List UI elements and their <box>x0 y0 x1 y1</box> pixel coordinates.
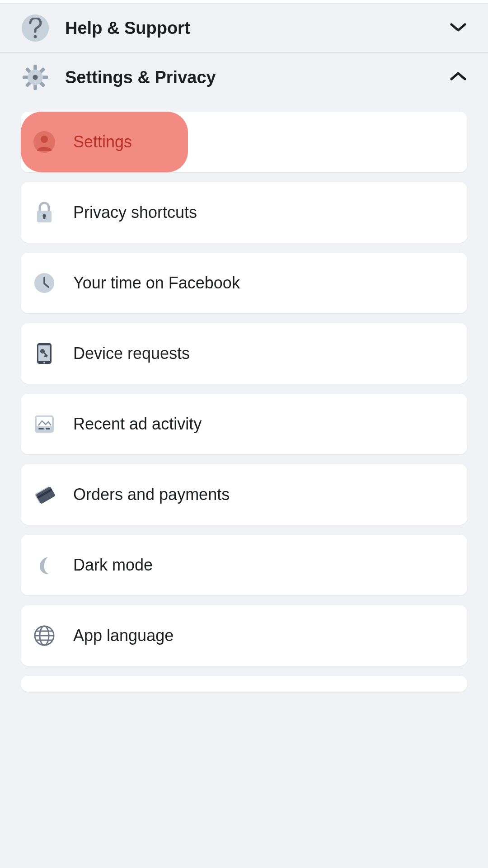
settings-privacy-title: Settings & Privacy <box>65 68 466 87</box>
menu-item-label: Your time on Facebook <box>73 274 240 292</box>
globe-icon <box>33 625 55 646</box>
settings-privacy-section[interactable]: Settings & Privacy <box>0 53 488 102</box>
menu-item-label: Recent ad activity <box>73 415 202 434</box>
help-icon <box>22 14 49 42</box>
svg-rect-1 <box>33 65 37 71</box>
menu-item-privacy-shortcuts[interactable]: Privacy shortcuts <box>21 182 467 243</box>
svg-point-12 <box>41 136 48 143</box>
gear-icon <box>22 64 49 91</box>
menu-item-label: Orders and payments <box>73 485 230 504</box>
menu-item-label: Settings <box>73 132 132 151</box>
menu-item-app-language[interactable]: App language <box>21 605 467 666</box>
menu-item-partial[interactable] <box>21 676 467 692</box>
help-support-title: Help & Support <box>65 19 466 38</box>
svg-rect-15 <box>43 216 46 219</box>
menu-item-settings[interactable]: Settings <box>21 112 467 172</box>
chevron-down-icon <box>450 23 466 33</box>
credit-card-icon <box>33 484 55 505</box>
phone-key-icon <box>33 343 55 364</box>
previous-card-edge <box>0 0 488 4</box>
person-circle-icon <box>33 131 55 153</box>
menu-item-dark-mode[interactable]: Dark mode <box>21 535 467 595</box>
menu-item-device-requests[interactable]: Device requests <box>21 323 467 384</box>
menu-item-your-time[interactable]: Your time on Facebook <box>21 253 467 313</box>
menu-item-label: App language <box>73 626 174 645</box>
clock-icon <box>33 272 55 294</box>
settings-privacy-list: Settings Privacy shortcuts Your time on … <box>0 112 488 692</box>
svg-point-20 <box>43 362 45 363</box>
chevron-up-icon <box>450 72 466 83</box>
svg-rect-3 <box>23 75 28 79</box>
help-support-section[interactable]: Help & Support <box>0 4 488 53</box>
lock-icon <box>33 202 55 223</box>
menu-item-recent-ad-activity[interactable]: Recent ad activity <box>21 394 467 454</box>
svg-rect-23 <box>38 428 44 429</box>
svg-point-10 <box>33 75 38 80</box>
svg-rect-24 <box>46 428 50 429</box>
menu-item-label: Privacy shortcuts <box>73 203 197 222</box>
menu-item-label: Device requests <box>73 344 190 363</box>
menu-item-label: Dark mode <box>73 556 153 575</box>
svg-point-0 <box>34 35 37 38</box>
svg-rect-4 <box>42 75 48 79</box>
menu-item-orders-payments[interactable]: Orders and payments <box>21 464 467 525</box>
moon-icon <box>33 554 55 576</box>
svg-rect-2 <box>33 84 37 90</box>
image-icon <box>33 413 55 435</box>
